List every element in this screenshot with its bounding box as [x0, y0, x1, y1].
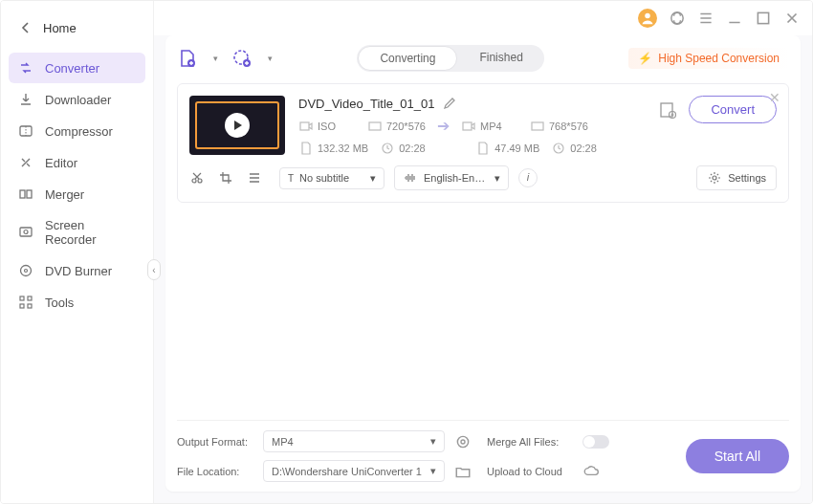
svg-rect-7: [20, 296, 24, 300]
downloader-icon: [18, 92, 33, 107]
close-item-button[interactable]: ✕: [769, 90, 780, 105]
convert-button[interactable]: Convert: [689, 96, 777, 123]
topbar: [154, 1, 812, 35]
src-dur: 02:28: [399, 142, 426, 154]
size-stats: 132.32 MB 02:28 47.49 MB 02:28: [298, 141, 645, 156]
nav-compressor[interactable]: Compressor: [9, 116, 145, 146]
add-url-button[interactable]: [231, 48, 253, 69]
nav-tools[interactable]: Tools: [9, 287, 145, 318]
nav-label: Tools: [45, 296, 74, 310]
tab-finished[interactable]: Finished: [458, 45, 543, 72]
output-format-label: Output Format:: [177, 436, 253, 448]
info-icon[interactable]: i: [518, 168, 538, 187]
nav-downloader[interactable]: Downloader: [9, 84, 145, 115]
minimize-icon[interactable]: [726, 10, 743, 27]
maximize-icon[interactable]: [755, 10, 772, 27]
nav-label: Downloader: [45, 93, 111, 107]
list-icon[interactable]: [247, 170, 262, 186]
caret-down-icon[interactable]: ▾: [268, 54, 273, 63]
tab-segment: Converting Finished: [357, 45, 543, 72]
video-thumbnail[interactable]: [189, 96, 285, 155]
src-format: ISO: [318, 121, 336, 132]
nav-home[interactable]: Home: [9, 12, 145, 43]
add-file-button[interactable]: [177, 48, 198, 69]
nav-merger[interactable]: Merger: [9, 179, 145, 209]
editor-icon: [18, 155, 33, 170]
svg-rect-10: [28, 304, 32, 308]
content: ▾ ▾ Converting Finished ⚡ High Speed Con…: [165, 35, 801, 492]
svg-rect-13: [758, 12, 768, 23]
banner-label: High Speed Conversion: [658, 52, 780, 65]
preset-settings-icon[interactable]: [454, 433, 472, 450]
tab-converting[interactable]: Converting: [358, 46, 457, 71]
svg-point-29: [457, 436, 468, 447]
support-icon[interactable]: [669, 10, 686, 27]
converter-icon: [18, 60, 33, 76]
svg-point-26: [198, 179, 202, 183]
source-stats: ISO 720*576 ➔ MP4 768*576: [298, 117, 645, 135]
tools-icon: [18, 295, 33, 310]
menu-icon[interactable]: [697, 10, 714, 27]
item-title: DVD_Video_Title_01_01: [298, 97, 434, 111]
screen-recorder-icon: [18, 225, 33, 240]
footer: Output Format: MP4▾ Merge All Files: Sta…: [177, 420, 789, 482]
clock-icon: [551, 141, 566, 156]
edit-title-icon[interactable]: [442, 96, 457, 111]
trim-icon[interactable]: [189, 170, 205, 186]
sidebar-collapse-handle[interactable]: ‹: [147, 259, 161, 280]
nav-editor[interactable]: Editor: [9, 147, 145, 178]
svg-rect-3: [20, 228, 32, 236]
resolution-icon: [367, 119, 383, 134]
svg-rect-9: [20, 304, 24, 308]
audio-select[interactable]: English-English... ▾: [394, 165, 509, 190]
start-all-button[interactable]: Start All: [686, 439, 789, 473]
nav-list: Converter Downloader Compressor Editor M…: [9, 53, 145, 318]
output-format-select[interactable]: MP4▾: [263, 430, 445, 452]
sidebar: Home Converter Downloader Compressor Edi…: [1, 1, 154, 503]
high-speed-conversion-banner[interactable]: ⚡ High Speed Conversion: [628, 48, 789, 69]
audio-value: English-English...: [424, 172, 489, 184]
settings-button[interactable]: Settings: [696, 165, 777, 190]
close-icon[interactable]: [783, 10, 801, 27]
svg-point-25: [192, 179, 196, 183]
home-label: Home: [43, 21, 77, 35]
merger-icon: [18, 186, 33, 202]
video-icon: [461, 119, 476, 134]
merge-toggle[interactable]: [582, 435, 609, 449]
dst-dur: 02:28: [570, 142, 597, 154]
gear-icon: [707, 170, 722, 186]
dst-res: 768*576: [549, 121, 588, 132]
src-res: 720*576: [386, 121, 426, 132]
svg-rect-2: [27, 190, 32, 198]
chevron-down-icon: ▾: [494, 172, 500, 185]
merge-label: Merge All Files:: [487, 436, 573, 448]
subtitle-value: No subtitle: [299, 172, 364, 184]
audio-icon: [403, 170, 418, 186]
crop-icon[interactable]: [218, 170, 233, 186]
dvd-burner-icon: [18, 263, 33, 278]
arrow-right-icon: ➔: [437, 117, 450, 135]
avatar-icon[interactable]: [638, 9, 657, 28]
file-icon: [298, 141, 314, 156]
cloud-icon[interactable]: [582, 463, 600, 480]
nav-dvd-burner[interactable]: DVD Burner: [9, 255, 145, 286]
settings-label: Settings: [728, 172, 766, 184]
preset-icon[interactable]: [658, 100, 677, 120]
nav-converter[interactable]: Converter: [9, 53, 145, 83]
nav-screen-recorder[interactable]: Screen Recorder: [9, 210, 145, 254]
dst-size: 47.49 MB: [494, 142, 539, 154]
file-icon: [475, 141, 491, 156]
open-folder-icon[interactable]: [454, 463, 472, 480]
caret-down-icon[interactable]: ▾: [213, 54, 218, 63]
svg-text:i: i: [527, 171, 530, 183]
subtitle-select[interactable]: T No subtitle ▾: [279, 167, 385, 189]
nav-label: Screen Recorder: [45, 218, 136, 247]
nav-label: Editor: [45, 156, 77, 170]
svg-point-11: [645, 13, 650, 19]
file-location-select[interactable]: D:\Wondershare UniConverter 1▾: [263, 460, 445, 482]
file-location-label: File Location:: [177, 466, 253, 477]
lightning-icon: ⚡: [638, 52, 652, 65]
nav-label: DVD Burner: [45, 264, 112, 278]
upload-label: Upload to Cloud: [487, 466, 573, 477]
svg-point-30: [461, 439, 465, 443]
